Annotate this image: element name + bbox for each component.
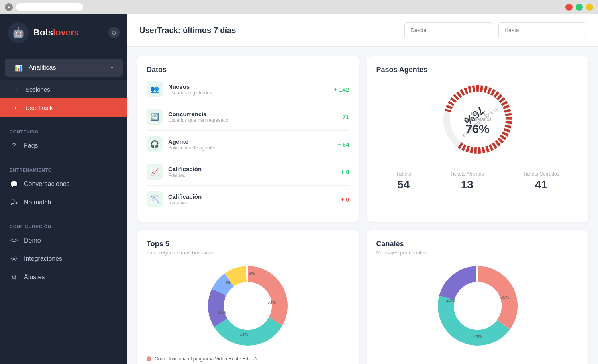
ajustes-icon: ⚙ bbox=[10, 273, 18, 282]
titlebar: ● bbox=[0, 0, 598, 14]
desde-input[interactable] bbox=[404, 22, 492, 38]
usertrack-icon: ● bbox=[11, 103, 20, 112]
pasos-stat-tickets: Tickets 54 bbox=[396, 171, 411, 191]
sesiones-icon: ○ bbox=[11, 85, 20, 94]
legend-item-1: Cómo funciona el programa Video Route Ed… bbox=[147, 356, 349, 362]
gauge-percent-text: 76% bbox=[458, 122, 498, 136]
datos-sublabel-concurrencia: Usuarios que han regresado bbox=[168, 117, 337, 123]
gauge-wrap: Tickets Completados76% Tickets Completad… bbox=[438, 80, 518, 159]
svg-text:44%: 44% bbox=[473, 334, 482, 339]
tops5-subtitle: Las preguntas mas buscadas bbox=[147, 250, 349, 256]
legend-text-1: Cómo funciona el programa Video Route Ed… bbox=[155, 356, 258, 362]
sidebar-item-sesiones[interactable]: ○ Sesiones bbox=[0, 80, 127, 98]
gauge-label-text: Tickets Completados bbox=[458, 111, 498, 122]
svg-text:20%: 20% bbox=[446, 298, 455, 303]
svg-point-3 bbox=[13, 258, 15, 260]
maximize-button[interactable] bbox=[576, 4, 583, 11]
svg-text:8%: 8% bbox=[225, 280, 231, 285]
svg-text:33%: 33% bbox=[267, 300, 276, 305]
svg-point-15 bbox=[224, 282, 272, 330]
svg-text:9%: 9% bbox=[249, 271, 255, 276]
datos-value-calificacion-neg: + 0 bbox=[341, 196, 349, 203]
contenido-label: CONTENIDO bbox=[0, 125, 127, 137]
sidebar-item-usertrack[interactable]: ● UserTrack bbox=[0, 98, 127, 117]
svg-point-0 bbox=[12, 200, 14, 202]
pasos-stat-label: Tickets Abiertos bbox=[450, 171, 484, 177]
svg-text:35%: 35% bbox=[500, 295, 509, 299]
datos-value-calificacion-pos: + 0 bbox=[341, 168, 349, 175]
no-match-icon bbox=[10, 198, 18, 207]
legend-dot-1 bbox=[147, 356, 151, 361]
sidebar-item-demo[interactable]: <> Demo bbox=[0, 231, 127, 250]
pasos-card: Pasos Agentes Tickets Completados76% Tic… bbox=[367, 56, 589, 222]
logo-text: Botslovers bbox=[33, 27, 79, 38]
datos-text-concurrencia: Concurrencia Usuarios que han regresado bbox=[168, 111, 337, 123]
pasos-stat-value: 54 bbox=[396, 178, 411, 191]
logo-icon: 🤖 bbox=[8, 22, 29, 43]
sidebar-item-integraciones[interactable]: Integraciones bbox=[0, 250, 127, 268]
analytics-arrow: ▾ bbox=[111, 65, 113, 70]
gauge-container: Tickets Completados76% Tickets Completad… bbox=[376, 76, 579, 167]
datos-label-calificacion-neg: Calificación bbox=[168, 193, 335, 200]
pasos-stat-tickets-abiertos: Tickets Abiertos 13 bbox=[450, 171, 484, 191]
address-bar[interactable] bbox=[16, 3, 83, 11]
tops5-donut: 33% 33% 16% 8% 9% bbox=[147, 262, 349, 350]
svg-text:16%: 16% bbox=[218, 310, 226, 315]
datos-value-agente: + 54 bbox=[337, 141, 349, 148]
pasos-stats: Tickets 54 Tickets Abiertos 13 Tickets C… bbox=[376, 171, 579, 191]
datos-label-nuevos: Nuevos bbox=[168, 83, 329, 90]
logo-bots: Bots bbox=[33, 27, 53, 37]
datos-sublabel-agente: Solicitudes de agente bbox=[168, 145, 332, 151]
close-button[interactable] bbox=[565, 4, 573, 11]
pasos-stat-value: 13 bbox=[450, 178, 484, 191]
datos-sublabel-calificacion-neg: Negativa bbox=[168, 200, 335, 205]
minimize-button[interactable] bbox=[586, 4, 593, 11]
tops5-svg: 33% 33% 16% 8% 9% bbox=[192, 262, 304, 350]
faqs-icon: ? bbox=[10, 141, 18, 150]
datos-icon-agente: 🎧 bbox=[147, 136, 163, 152]
usertrack-label: UserTrack bbox=[25, 104, 118, 111]
canales-title: Canales bbox=[376, 240, 579, 248]
datos-icon-calificacion-neg: 📉 bbox=[147, 191, 163, 207]
settings-icon[interactable]: ⊙ bbox=[108, 27, 120, 38]
sidebar-item-conversaciones[interactable]: 💬 Conversaciones bbox=[0, 175, 127, 193]
datos-text-calificacion-pos: Calificación Positiva bbox=[168, 166, 335, 178]
main-layout: 🤖 Botslovers ⊙ 📊 Analiticas ▾ ○ Sesiones bbox=[0, 14, 598, 364]
integraciones-icon bbox=[10, 254, 18, 263]
page-header: UserTrack: últimos 7 días bbox=[127, 14, 598, 47]
datos-label-concurrencia: Concurrencia bbox=[168, 111, 337, 117]
logo-lovers: lovers bbox=[53, 27, 79, 37]
tops5-title: Tops 5 bbox=[147, 240, 349, 248]
pasos-stat-label: Tickets Cerrados bbox=[523, 171, 559, 177]
datos-text-calificacion-neg: Calificación Negativa bbox=[168, 193, 335, 205]
contenido-section: CONTENIDO ? Faqs bbox=[0, 121, 127, 159]
no-match-label: No match bbox=[24, 199, 118, 206]
datos-value-concurrencia: 71 bbox=[343, 114, 349, 120]
configuracion-label: CONFIGURACIÓN bbox=[0, 219, 127, 231]
sidebar-item-analiticas[interactable]: 📊 Analiticas ▾ bbox=[5, 59, 123, 77]
datos-icon-calificacion-pos: 📈 bbox=[147, 164, 163, 180]
datos-text-agente: Agente Solicitudes de agente bbox=[168, 138, 332, 151]
demo-icon: <> bbox=[10, 236, 18, 245]
canales-card: Canales Mensajes por canales bbox=[367, 230, 589, 364]
analytics-submenu: ○ Sesiones ● UserTrack bbox=[0, 80, 127, 117]
datos-label-calificacion-pos: Calificación bbox=[168, 166, 335, 172]
sidebar-item-ajustes[interactable]: ⚙ Ajustes bbox=[0, 268, 127, 286]
entrenamiento-section: ENTRENAMIENTO 💬 Conversaciones No match bbox=[0, 159, 127, 215]
datos-items: 👥 Nuevos Usuarios registrados + 142 🔄 Co… bbox=[147, 76, 349, 213]
sidebar-item-no-match[interactable]: No match bbox=[0, 193, 127, 211]
logo: 🤖 Botslovers bbox=[8, 22, 79, 43]
datos-value-nuevos: + 142 bbox=[334, 86, 349, 93]
datos-title: Datos bbox=[147, 66, 349, 74]
canales-svg: 35% 44% 20% bbox=[422, 262, 533, 350]
hasta-input[interactable] bbox=[498, 22, 586, 38]
sidebar-item-faqs[interactable]: ? Faqs bbox=[0, 137, 127, 155]
entrenamiento-label: ENTRENAMIENTO bbox=[0, 163, 127, 175]
datos-icon-concurrencia: 🔄 bbox=[147, 109, 163, 125]
datos-label-agente: Agente bbox=[168, 138, 332, 145]
analytics-icon: 📊 bbox=[14, 63, 23, 72]
faqs-label: Faqs bbox=[24, 142, 118, 149]
canales-subtitle: Mensajes por canales bbox=[376, 250, 579, 256]
ajustes-label: Ajustes bbox=[24, 274, 118, 281]
configuracion-section: CONFIGURACIÓN <> Demo Integraciones ⚙ Aj… bbox=[0, 215, 127, 290]
